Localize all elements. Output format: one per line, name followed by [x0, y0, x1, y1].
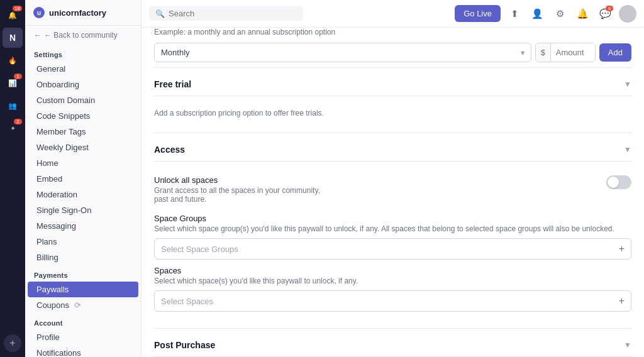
notification-badge: 18 — [13, 6, 22, 11]
home-avatar: N — [9, 33, 16, 43]
search-bar[interactable]: 🔍 — [149, 6, 303, 21]
brand-logo: u — [33, 6, 45, 19]
free-trial-section-header[interactable]: Free trial ▼ — [154, 70, 631, 96]
topnav: 🔍 Go Live ⬆ 👤 ⚙ 🔔 💬 8 — [142, 0, 644, 28]
back-arrow-icon: ← — [34, 31, 42, 40]
spaces-placeholder: Select Spaces — [161, 297, 213, 306]
access-title: Access — [154, 145, 185, 155]
content-area: Example: a monthly and an annual subscri… — [142, 28, 644, 357]
sidebar-item-general[interactable]: General — [28, 61, 138, 77]
space-groups-plus-icon: + — [619, 243, 625, 255]
upload-icon[interactable]: ⬆ — [506, 5, 523, 23]
space-groups-section: Space Groups Select which space group(s)… — [154, 214, 631, 260]
settings-section-label: Settings — [25, 45, 141, 61]
coupons-spinner-icon: ⟳ — [74, 300, 81, 310]
main-wrapper: 🔍 Go Live ⬆ 👤 ⚙ 🔔 💬 8 Example: a monthly… — [142, 0, 644, 357]
account-section-label: Account — [25, 313, 141, 329]
users-icon: 👥 — [8, 102, 17, 110]
spaces-desc: Select which space(s) you'd like this pa… — [154, 277, 631, 285]
access-section-header[interactable]: Access ▼ — [154, 136, 631, 162]
chat-icon[interactable]: 💬 8 — [596, 5, 614, 23]
chat-badge: 8 — [606, 6, 613, 11]
access-body: Unlock all spaces Grant access to all th… — [154, 162, 631, 326]
search-input[interactable] — [169, 9, 297, 18]
unlock-all-spaces-desc: Grant access to all the spaces in your c… — [154, 186, 330, 204]
sidebar-item-notifications-acct[interactable]: Notifications — [28, 345, 138, 357]
chart-badge: 1 — [14, 74, 22, 79]
add-button[interactable]: Add — [599, 43, 631, 62]
icon-bar-notifications[interactable]: 🔔 18 — [3, 5, 23, 25]
chart-icon: 📊 — [8, 79, 17, 87]
search-icon: 🔍 — [155, 9, 165, 18]
post-purchase-chevron-icon: ▼ — [624, 341, 631, 349]
payments-section-label: Payments — [25, 265, 141, 282]
free-trial-chevron-icon: ▼ — [624, 80, 631, 89]
amount-input[interactable] — [551, 43, 595, 62]
icon-bar-star[interactable]: ✦ 2 — [3, 118, 23, 138]
sidebar-item-coupons[interactable]: Coupons ⟳ — [28, 297, 138, 313]
unlock-all-spaces-toggle[interactable] — [606, 175, 631, 189]
sidebar-header: u unicornfactory — [25, 0, 141, 26]
icon-bar: 🔔 18 N 🔥 📊 1 👥 ✦ 2 + — [0, 0, 25, 357]
sidebar-item-home[interactable]: Home — [28, 155, 138, 171]
space-groups-placeholder: Select Space Groups — [161, 244, 238, 254]
sidebar-item-paywalls[interactable]: Paywalls — [28, 282, 138, 297]
svg-text:u: u — [37, 9, 41, 16]
icon-bar-users[interactable]: 👥 — [3, 96, 23, 116]
post-purchase-title: Post Purchase — [154, 340, 215, 350]
bell-nav-icon[interactable]: 🔔 — [574, 5, 591, 23]
sidebar-item-embed[interactable]: Embed — [28, 171, 138, 187]
currency-symbol: $ — [536, 43, 551, 62]
sidebar-item-profile[interactable]: Profile — [28, 329, 138, 345]
sidebar-item-plans[interactable]: Plans — [28, 234, 138, 250]
unlock-all-spaces-info: Unlock all spaces Grant access to all th… — [154, 175, 330, 204]
person-icon[interactable]: 👤 — [528, 5, 546, 23]
add-icon-bar-item[interactable]: + — [4, 334, 21, 352]
interval-select[interactable]: Monthly Yearly Weekly — [154, 43, 531, 62]
post-purchase-section-header[interactable]: Post Purchase ▼ — [154, 331, 631, 357]
sidebar-item-weekly-digest[interactable]: Weekly Digest — [28, 140, 138, 155]
brand-name: unicornfactory — [49, 8, 106, 18]
star-badge: 2 — [14, 119, 22, 124]
avatar[interactable] — [619, 5, 636, 23]
example-text: Example: a monthly and an annual subscri… — [154, 28, 631, 36]
icon-bar-fire[interactable]: 🔥 — [3, 50, 23, 70]
sidebar-item-moderation[interactable]: Moderation — [28, 187, 138, 202]
spaces-section: Spaces Select which space(s) you'd like … — [154, 266, 631, 312]
spaces-label: Spaces — [154, 266, 631, 275]
pricing-row: Monthly Yearly Weekly ▼ $ Add — [154, 43, 631, 62]
bell-icon: 🔔 — [8, 11, 17, 19]
fire-icon: 🔥 — [8, 57, 17, 65]
free-trial-title: Free trial — [154, 79, 191, 89]
free-trial-description: Add a subscription pricing option to off… — [154, 104, 631, 123]
unlock-all-spaces-row: Unlock all spaces Grant access to all th… — [154, 169, 631, 210]
space-groups-desc: Select which space group(s) you'd like t… — [154, 224, 631, 233]
sidebar-item-custom-domain[interactable]: Custom Domain — [28, 92, 138, 108]
sidebar-item-messaging[interactable]: Messaging — [28, 218, 138, 234]
go-live-button[interactable]: Go Live — [455, 5, 501, 22]
spaces-select[interactable]: Select Spaces + — [154, 290, 631, 312]
space-groups-label: Space Groups — [154, 214, 631, 223]
space-groups-select[interactable]: Select Space Groups + — [154, 238, 631, 260]
unlock-all-spaces-label: Unlock all spaces — [154, 175, 330, 185]
sidebar-item-code-snippets[interactable]: Code Snippets — [28, 108, 138, 124]
star-icon: ✦ — [10, 124, 16, 133]
sidebar: u unicornfactory ← ← Back to community S… — [25, 0, 142, 357]
toggle-thumb — [608, 177, 619, 188]
sidebar-item-onboarding[interactable]: Onboarding — [28, 77, 138, 92]
access-chevron-icon: ▼ — [624, 145, 631, 154]
sidebar-item-billing[interactable]: Billing — [28, 250, 138, 265]
spaces-plus-icon: + — [619, 295, 625, 307]
icon-bar-home[interactable]: N — [3, 28, 23, 48]
plus-icon: + — [9, 338, 15, 349]
interval-select-wrap: Monthly Yearly Weekly ▼ — [154, 43, 531, 62]
back-to-community[interactable]: ← ← Back to community — [25, 26, 141, 45]
gear-icon[interactable]: ⚙ — [551, 5, 569, 23]
free-trial-body: Add a subscription pricing option to off… — [154, 96, 631, 130]
amount-group: $ — [535, 43, 596, 62]
sidebar-item-member-tags[interactable]: Member Tags — [28, 124, 138, 140]
icon-bar-chart[interactable]: 📊 1 — [3, 73, 23, 93]
sidebar-item-single-sign-on[interactable]: Single Sign-On — [28, 202, 138, 218]
